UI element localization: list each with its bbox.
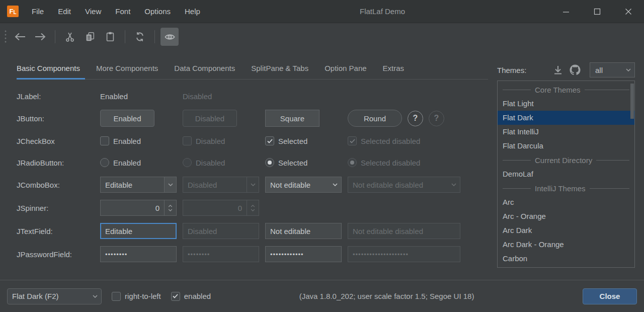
title-bar: FL File Edit View Font Options Help Flat… [0, 0, 644, 23]
back-arrow-icon [14, 33, 26, 41]
passwordfield-not-editable[interactable] [265, 246, 342, 262]
combobox-not-editable[interactable]: Not editable [265, 177, 342, 193]
download-themes-button[interactable] [549, 62, 567, 77]
jlabel-disabled: Disabled [183, 92, 212, 101]
theme-item-carbon[interactable]: Carbon [498, 252, 634, 266]
tab-option-pane[interactable]: Option Pane [316, 64, 374, 79]
theme-item-arc[interactable]: Arc [498, 195, 634, 209]
combobox-disabled: Disabled [183, 177, 259, 193]
themes-panel: Themes: all Core Themes Flat Light Flat … [497, 50, 635, 268]
jbutton-enabled-button[interactable]: Enabled [100, 110, 154, 127]
jlabel-enabled: Enabled [100, 92, 128, 101]
tab-data-components[interactable]: Data Components [166, 64, 243, 79]
spinner-value[interactable]: 0 [101, 204, 164, 212]
forward-button[interactable] [31, 28, 49, 46]
combobox-value: Disabled [183, 181, 247, 189]
checkbox-disabled: Disabled [183, 136, 259, 145]
jpasswordfield-row: JPasswordField: [17, 243, 488, 266]
back-button[interactable] [11, 28, 29, 46]
checkbox-icon [183, 136, 192, 145]
menu-help[interactable]: Help [178, 0, 207, 23]
jbutton-round-button[interactable]: Round [348, 110, 402, 127]
enabled-checkbox[interactable]: enabled [171, 292, 211, 301]
checkbox-label: right-to-left [125, 292, 161, 300]
close-window-button[interactable] [613, 0, 644, 23]
toolbar-grip-handle[interactable] [4, 29, 7, 44]
jtextfield-row: JTextField: [17, 219, 488, 243]
checkbox-icon [100, 136, 109, 145]
theme-item-arc-dark[interactable]: Arc Dark [498, 223, 634, 238]
themes-list: Core Themes Flat Light Flat Dark Flat In… [497, 81, 635, 268]
radio-label: Selected disabled [361, 159, 420, 167]
tab-more-components[interactable]: More Components [88, 64, 166, 79]
maximize-button[interactable] [582, 0, 613, 23]
minimize-button[interactable] [550, 0, 582, 23]
chevron-down-icon [251, 209, 255, 211]
github-button[interactable] [567, 62, 584, 77]
menu-file[interactable]: File [25, 0, 51, 23]
checkbox-label: enabled [184, 292, 211, 300]
radio-enabled[interactable]: Enabled [100, 158, 177, 167]
combobox-value: Not editable disabled [348, 181, 448, 189]
textfield-not-editable[interactable] [265, 223, 342, 239]
theme-item-flat-intellij[interactable]: Flat IntelliJ [498, 125, 634, 139]
checkbox-enabled[interactable]: Enabled [100, 136, 177, 145]
radio-selected[interactable]: Selected [265, 158, 342, 167]
menu-view[interactable]: View [78, 0, 108, 23]
jbutton-disabled-button: Disabled [183, 110, 237, 127]
passwordfield-disabled [183, 246, 259, 262]
theme-item-demolaf[interactable]: DemoLaf [498, 167, 634, 181]
theme-item-flat-darcula[interactable]: Flat Darcula [498, 139, 634, 153]
cut-button[interactable] [61, 28, 79, 46]
checkbox-selected[interactable]: Selected [265, 136, 342, 145]
chevron-down-icon[interactable] [89, 289, 101, 304]
chevron-up-icon [251, 205, 255, 207]
tab-bar: Basic Components More Components Data Co… [17, 50, 488, 80]
window-controls [550, 0, 644, 23]
checkbox-label: Selected [278, 137, 307, 145]
checkbox-checked-icon [348, 136, 357, 145]
help-button[interactable]: ? [408, 111, 423, 126]
passwordfield-not-editable-disabled [348, 246, 460, 262]
laf-selector-combobox[interactable]: Flat Dark (F2) [7, 288, 102, 304]
spinner-enabled[interactable]: 0 [100, 200, 177, 216]
laf-selector-value: Flat Dark (F2) [8, 292, 89, 300]
jbutton-square-button[interactable]: Square [265, 110, 319, 127]
spinner-buttons[interactable] [164, 200, 176, 215]
tab-basic-components[interactable]: Basic Components [17, 64, 88, 79]
passwordfield-editable[interactable] [100, 246, 177, 262]
menu-edit[interactable]: Edit [51, 0, 78, 23]
forward-arrow-icon [34, 33, 46, 41]
menu-bar: File Edit View Font Options Help [25, 0, 207, 23]
tab-splitpane-tabs[interactable]: SplitPane & Tabs [243, 64, 316, 79]
radio-label: Disabled [196, 159, 225, 167]
close-button[interactable]: Close [583, 288, 637, 304]
chevron-down-icon [247, 177, 259, 192]
paste-button[interactable] [101, 28, 119, 46]
theme-item-arc-dark-orange[interactable]: Arc Dark - Orange [498, 238, 634, 252]
menu-font[interactable]: Font [108, 0, 137, 23]
jcombobox-row: JComboBox: Editable Disabled Not edita [17, 173, 488, 196]
textfield-editable[interactable] [100, 223, 177, 239]
themes-filter-combobox[interactable]: all [590, 62, 635, 77]
theme-item-flat-light[interactable]: Flat Light [498, 97, 634, 111]
help-button-disabled: ? [429, 111, 444, 126]
textfield-not-editable-disabled [348, 223, 460, 239]
row-label: JRadioButton: [17, 159, 100, 167]
chevron-down-icon[interactable] [164, 177, 176, 192]
show-details-toggle[interactable] [160, 28, 179, 46]
right-to-left-checkbox[interactable]: right-to-left [112, 292, 161, 301]
chevron-down-icon[interactable] [622, 68, 634, 71]
chevron-down-icon[interactable] [329, 177, 341, 192]
theme-item-arc-orange[interactable]: Arc - Orange [498, 209, 634, 223]
tab-extras[interactable]: Extras [375, 64, 413, 79]
menu-options[interactable]: Options [137, 0, 178, 23]
themes-list-scrollbar[interactable] [630, 84, 634, 119]
status-bar: Flat Dark (F2) right-to-left enabled (Ja… [0, 280, 644, 312]
refresh-button[interactable] [131, 28, 149, 46]
toolbar-separator [55, 30, 55, 43]
theme-item-flat-dark[interactable]: Flat Dark [498, 111, 634, 125]
radio-label: Selected [278, 159, 307, 167]
copy-button[interactable] [81, 28, 99, 46]
combobox-editable[interactable]: Editable [100, 177, 177, 193]
